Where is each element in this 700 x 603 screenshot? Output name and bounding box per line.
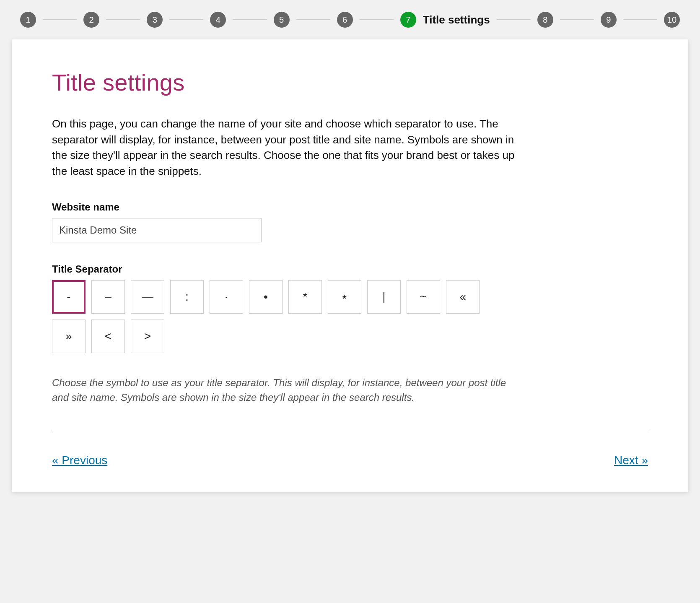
step-circle-active: 7 (400, 12, 416, 28)
wizard-card: Title settings On this page, you can cha… (12, 39, 688, 492)
step-connector (560, 19, 594, 20)
separator-option-lt[interactable]: < (91, 320, 125, 353)
step-connector (296, 19, 330, 20)
separator-option-dash[interactable]: - (52, 280, 86, 314)
step-5[interactable]: 5 (274, 12, 290, 28)
intro-text: On this page, you can change the name of… (52, 116, 530, 179)
step-connector (497, 19, 531, 20)
website-name-input[interactable] (52, 218, 262, 242)
separator-option-gt[interactable]: > (131, 320, 164, 353)
step-circle: 2 (83, 12, 99, 28)
step-connector (623, 19, 657, 20)
separator-option-emdash[interactable]: — (131, 280, 164, 314)
next-link[interactable]: Next » (614, 454, 648, 467)
step-2[interactable]: 2 (83, 12, 99, 28)
separator-option-raquo[interactable]: » (52, 320, 86, 353)
separator-option-tilde[interactable]: ~ (407, 280, 440, 314)
step-label: Title settings (423, 13, 490, 26)
step-8[interactable]: 8 (537, 12, 553, 28)
separator-option-pipe[interactable]: | (367, 280, 401, 314)
step-3[interactable]: 3 (147, 12, 163, 28)
previous-link[interactable]: « Previous (52, 454, 107, 467)
step-connector (106, 19, 140, 20)
step-circle: 3 (147, 12, 163, 28)
step-circle: 10 (664, 12, 680, 28)
separator-option-endash[interactable]: – (91, 280, 125, 314)
step-1[interactable]: 1 (20, 12, 36, 28)
separator-option-asterisk[interactable]: * (288, 280, 322, 314)
step-circle: 1 (20, 12, 36, 28)
step-connector (43, 19, 77, 20)
step-6[interactable]: 6 (337, 12, 353, 28)
step-circle: 4 (210, 12, 226, 28)
step-connector (169, 19, 203, 20)
step-circle: 6 (337, 12, 353, 28)
step-7[interactable]: 7 Title settings (400, 12, 490, 28)
separator-helper-text: Choose the symbol to use as your title s… (52, 376, 521, 405)
separator-option-colon[interactable]: : (170, 280, 204, 314)
separator-option-laquo[interactable]: « (446, 280, 480, 314)
website-name-label: Website name (52, 201, 648, 213)
divider (52, 430, 648, 430)
step-circle: 9 (601, 12, 617, 28)
separator-grid: - – — : · • * ⋆ | ~ « » < > (52, 280, 496, 353)
step-10[interactable]: 10 (664, 12, 680, 28)
wizard-stepper: 1 2 3 4 5 6 7 Title settings 8 9 10 (0, 0, 700, 39)
page-title: Title settings (52, 69, 648, 96)
step-connector (360, 19, 394, 20)
step-4[interactable]: 4 (210, 12, 226, 28)
step-circle: 8 (537, 12, 553, 28)
step-9[interactable]: 9 (601, 12, 617, 28)
separator-option-bullet[interactable]: • (249, 280, 283, 314)
wizard-nav: « Previous Next » (52, 454, 648, 467)
separator-option-middot[interactable]: · (210, 280, 243, 314)
step-circle: 5 (274, 12, 290, 28)
separator-option-star[interactable]: ⋆ (328, 280, 361, 314)
title-separator-label: Title Separator (52, 263, 648, 275)
step-connector (233, 19, 267, 20)
